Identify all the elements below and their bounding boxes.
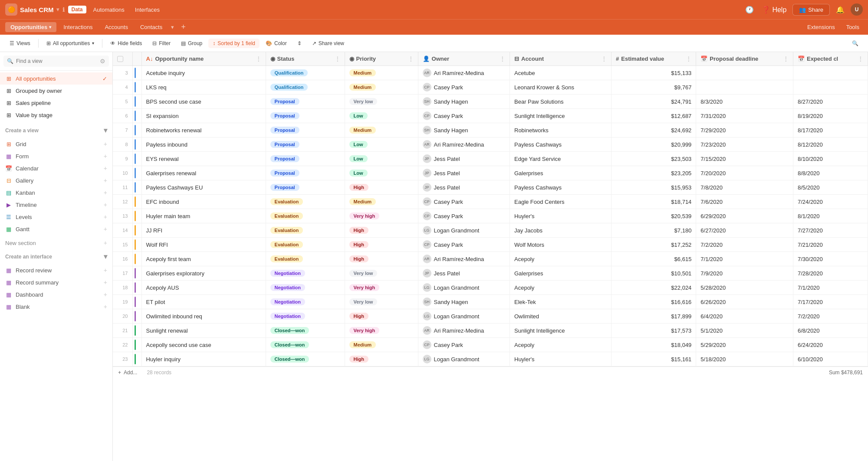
status-cell[interactable]: Proposal: [266, 137, 345, 152]
tab-accounts[interactable]: Accounts: [99, 22, 133, 32]
opportunity-name-cell[interactable]: Payless Cashways EU: [141, 180, 266, 195]
status-cell[interactable]: Negotiation: [266, 281, 345, 295]
notification-icon[interactable]: 🔔: [834, 4, 846, 16]
opportunity-name-cell[interactable]: SI expansion: [141, 109, 266, 123]
color-button[interactable]: 🎨 Color: [261, 39, 291, 48]
sidebar-item-all-opportunities[interactable]: ⊞ All opportunities ✓: [0, 72, 112, 85]
tab-contacts[interactable]: Contacts: [135, 22, 168, 32]
owner-cell[interactable]: JP Jess Patel: [418, 152, 510, 166]
th-priority[interactable]: ◉ Priority ⋮: [345, 52, 418, 66]
opportunity-name-cell[interactable]: Acepolly second use case: [141, 338, 266, 352]
owner-cell[interactable]: SH Sandy Hagen: [418, 123, 510, 137]
account-cell[interactable]: Huyler's: [510, 352, 612, 366]
status-cell[interactable]: Proposal: [266, 95, 345, 109]
owner-cell[interactable]: CP Casey Park: [418, 209, 510, 223]
share-button[interactable]: 👥 Share: [792, 4, 830, 16]
account-cell[interactable]: Acepoly: [510, 252, 612, 266]
th-deadline-resize[interactable]: ⋮: [783, 56, 789, 62]
grid-add-icon[interactable]: +: [104, 141, 107, 147]
owner-cell[interactable]: LG Logan Grandmont: [418, 309, 510, 324]
create-kanban-view[interactable]: ▤ Kanban +: [0, 186, 112, 199]
automations-link[interactable]: Automations: [90, 5, 128, 15]
account-cell[interactable]: Sunlight Intelligence: [510, 324, 612, 338]
account-cell[interactable]: Payless Cashways: [510, 180, 612, 195]
app-logo[interactable]: 🟠 Sales CRM ▾ ℹ: [5, 3, 65, 16]
interfaces-link[interactable]: Interfaces: [132, 5, 163, 15]
status-cell[interactable]: Closed—won: [266, 352, 345, 366]
nav-badge[interactable]: Data: [68, 6, 86, 13]
account-cell[interactable]: Payless Cashways: [510, 137, 612, 152]
create-levels-view[interactable]: ☰ Levels +: [0, 211, 112, 223]
owner-cell[interactable]: CP Casey Park: [418, 238, 510, 252]
account-cell[interactable]: Owlimited: [510, 309, 612, 324]
opportunity-name-cell[interactable]: Acepoly AUS: [141, 281, 266, 295]
priority-cell[interactable]: Very high: [345, 324, 418, 338]
opportunity-name-cell[interactable]: Wolf RFI: [141, 238, 266, 252]
opportunity-name-cell[interactable]: Huyler inquiry: [141, 352, 266, 366]
account-cell[interactable]: Acetube: [510, 66, 612, 80]
user-avatar[interactable]: U: [851, 3, 863, 16]
opportunity-name-cell[interactable]: ET pilot: [141, 295, 266, 309]
owner-cell[interactable]: JP Jess Patel: [418, 266, 510, 281]
help-link[interactable]: ❓ Help: [760, 4, 788, 16]
opportunity-name-cell[interactable]: Huyler main team: [141, 209, 266, 223]
account-cell[interactable]: Leonard Krower & Sons: [510, 80, 612, 95]
owner-cell[interactable]: CP Casey Park: [418, 109, 510, 123]
opportunity-name-cell[interactable]: Robinetworks renewal: [141, 123, 266, 137]
priority-cell[interactable]: Medium: [345, 338, 418, 352]
blank-add-icon[interactable]: +: [104, 303, 107, 310]
views-button[interactable]: ☰ Views: [5, 39, 35, 48]
status-cell[interactable]: Closed—won: [266, 324, 345, 338]
new-section-item[interactable]: New section +: [0, 237, 112, 249]
th-owner-resize[interactable]: ⋮: [500, 56, 505, 62]
th-account[interactable]: ⊟ Account ⋮: [510, 52, 612, 66]
th-status[interactable]: ◉ Status ⋮: [266, 52, 345, 66]
th-estimated-resize[interactable]: ⋮: [686, 56, 691, 62]
priority-cell[interactable]: High: [345, 252, 418, 266]
th-estimated-value[interactable]: # Estimated value ⋮: [612, 52, 696, 66]
status-cell[interactable]: Proposal: [266, 180, 345, 195]
th-priority-resize[interactable]: ⋮: [408, 56, 414, 62]
th-account-resize[interactable]: ⋮: [601, 56, 607, 62]
owner-cell[interactable]: CP Casey Park: [418, 195, 510, 209]
new-section-add-icon[interactable]: +: [104, 239, 107, 246]
opportunity-name-cell[interactable]: Sunlight renewal: [141, 324, 266, 338]
owner-cell[interactable]: CP Casey Park: [418, 338, 510, 352]
create-grid-view[interactable]: ⊞ Grid +: [0, 138, 112, 150]
owner-cell[interactable]: JP Jess Patel: [418, 166, 510, 180]
account-cell[interactable]: Elek-Tek: [510, 295, 612, 309]
create-form-view[interactable]: ▦ Form +: [0, 150, 112, 162]
status-cell[interactable]: Evaluation: [266, 223, 345, 238]
th-expected-close[interactable]: 📅 Expected cl ⋮: [793, 52, 868, 66]
filter-button[interactable]: ⊟ Filter: [148, 39, 175, 48]
more-tabs-icon[interactable]: ▾: [169, 24, 176, 30]
th-name-resize[interactable]: ⋮: [256, 56, 261, 62]
account-cell[interactable]: Edge Yard Service: [510, 152, 612, 166]
record-review-item[interactable]: ▦ Record review +: [0, 264, 112, 276]
gantt-add-icon[interactable]: +: [104, 226, 107, 232]
opportunity-name-cell[interactable]: JJ RFI: [141, 223, 266, 238]
priority-cell[interactable]: High: [345, 238, 418, 252]
status-cell[interactable]: Proposal: [266, 166, 345, 180]
add-tab-button[interactable]: +: [178, 23, 189, 32]
opportunity-name-cell[interactable]: Galerprises exploratory: [141, 266, 266, 281]
tab-opportunities[interactable]: Opportunities ▾: [5, 22, 56, 32]
form-add-icon[interactable]: +: [104, 153, 107, 160]
all-opps-button[interactable]: ⊞ All opportunities ▾: [42, 39, 99, 48]
priority-cell[interactable]: Low: [345, 152, 418, 166]
account-cell[interactable]: Sunlight Intelligence: [510, 109, 612, 123]
owner-cell[interactable]: SH Sandy Hagen: [418, 95, 510, 109]
priority-cell[interactable]: Very high: [345, 281, 418, 295]
owner-cell[interactable]: LG Logan Grandmont: [418, 223, 510, 238]
status-cell[interactable]: Proposal: [266, 123, 345, 137]
hide-fields-button[interactable]: 👁 Hide fields: [106, 39, 146, 48]
priority-cell[interactable]: Low: [345, 109, 418, 123]
status-cell[interactable]: Evaluation: [266, 195, 345, 209]
status-cell[interactable]: Qualification: [266, 80, 345, 95]
create-calendar-view[interactable]: 📅 Calendar +: [0, 162, 112, 174]
create-gallery-view[interactable]: ⊟ Gallery +: [0, 174, 112, 186]
sidebar-item-sales-pipeline[interactable]: ⊞ Sales pipeline: [0, 97, 112, 109]
owner-cell[interactable]: LG Logan Grandmont: [418, 281, 510, 295]
account-cell[interactable]: Huyler's: [510, 209, 612, 223]
owner-cell[interactable]: AR Ari Ramírez-Medina: [418, 137, 510, 152]
